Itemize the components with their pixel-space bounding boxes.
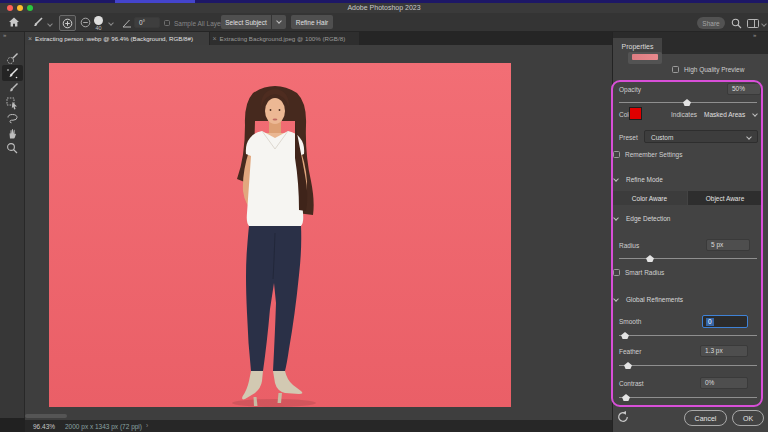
sample-all-layers-checkbox[interactable]	[164, 20, 170, 26]
toolbar-expand-icon[interactable]: »	[3, 32, 6, 38]
high-quality-preview-label: High Quality Preview	[684, 66, 744, 74]
document-image[interactable]	[49, 63, 511, 407]
high-quality-preview-checkbox[interactable]	[672, 66, 679, 73]
panel-expand-icon[interactable]: »	[753, 32, 756, 38]
brush-size-icon[interactable]	[94, 16, 103, 25]
refine-edge-brush-tool[interactable]	[5, 66, 20, 80]
select-subject-dropdown-button[interactable]	[272, 15, 286, 29]
search-icon[interactable]	[731, 18, 742, 29]
add-selection-button[interactable]	[59, 15, 76, 31]
color-swatch[interactable]	[629, 107, 642, 120]
home-icon[interactable]	[8, 16, 20, 28]
person-figure	[49, 63, 511, 407]
window-title: Adobe Photoshop 2023	[0, 4, 768, 11]
properties-panel-tab-row: » Properties	[612, 32, 768, 54]
status-zoom-level[interactable]: 96.43%	[33, 423, 55, 431]
contrast-label: Contrast	[619, 380, 644, 388]
radius-field[interactable]: 5 px	[706, 239, 750, 251]
preset-chevron-icon	[746, 134, 752, 140]
smooth-slider-track[interactable]	[619, 335, 757, 336]
feather-field[interactable]: 1.3 px	[700, 345, 748, 357]
color-aware-button[interactable]: Color Aware	[612, 191, 687, 205]
hand-tool[interactable]	[5, 126, 20, 140]
tab-label: Extracting person .webp @ 96.4% (Backgro…	[35, 32, 193, 45]
share-button[interactable]: Share	[697, 17, 725, 29]
brush-size-chevron-icon[interactable]	[108, 20, 114, 26]
brush-preview-icon[interactable]	[30, 17, 44, 29]
brush-tool[interactable]	[5, 81, 20, 95]
smooth-label: Smooth	[619, 318, 641, 326]
brush-size-value: 40	[92, 25, 105, 31]
arrange-chevron-icon[interactable]	[761, 21, 767, 27]
sample-all-layers-label: Sample All Layers	[174, 20, 226, 28]
status-expand-icon[interactable]: ›	[146, 422, 148, 430]
remember-settings-checkbox[interactable]	[613, 151, 620, 158]
smart-radius-checkbox[interactable]	[613, 269, 620, 276]
scrollbar-thumb[interactable]	[25, 414, 67, 418]
preset-value: Custom	[651, 134, 673, 141]
reset-button[interactable]	[616, 410, 630, 424]
preset-label: Preset	[619, 134, 638, 142]
preset-dropdown[interactable]: Custom	[644, 130, 758, 143]
radius-slider-track[interactable]	[619, 258, 757, 259]
feather-label: Feather	[619, 348, 641, 356]
cancel-button[interactable]: Cancel	[684, 410, 727, 426]
contrast-slider-track[interactable]	[619, 397, 757, 398]
zoom-tool[interactable]	[5, 141, 20, 155]
title-bar: Adobe Photoshop 2023	[0, 3, 768, 13]
object-aware-button[interactable]: Object Aware	[688, 191, 763, 205]
smart-radius-label: Smart Radius	[625, 269, 664, 277]
smooth-field[interactable]: 0	[702, 315, 748, 328]
subtract-selection-icon	[80, 17, 91, 28]
angle-field[interactable]: 0°	[134, 17, 160, 28]
tab-extracting-background[interactable]: × Extracting Background.jpeg @ 100% (RGB…	[210, 32, 359, 45]
photoshop-window: Adobe Photoshop 2023 40 0° Sample All La…	[0, 0, 768, 432]
tool-strip-footer	[0, 418, 25, 432]
ok-button[interactable]: OK	[732, 410, 764, 426]
feather-slider-track[interactable]	[619, 365, 757, 366]
opacity-label: Opacity	[619, 86, 641, 94]
status-document-dimensions: 2000 px x 1343 px (72 ppi)	[65, 423, 142, 431]
brush-preview-chevron-icon[interactable]	[47, 21, 53, 27]
radius-label: Radius	[619, 242, 639, 250]
angle-icon	[122, 18, 132, 28]
tab-label: Extracting Background.jpeg @ 100% (RGB/8…	[220, 32, 346, 45]
subtract-selection-button[interactable]	[80, 17, 91, 28]
status-bar: 96.43% 2000 px x 1343 px (72 ppi) ›	[25, 420, 612, 432]
view-mode-thumbnail[interactable]	[628, 52, 662, 64]
options-bar: 40 0° Sample All Layers Select Subject R…	[0, 13, 768, 32]
edge-detection-title: Edge Detection	[626, 215, 670, 223]
tool-strip: »	[0, 32, 25, 418]
close-icon[interactable]: ×	[213, 32, 217, 45]
contrast-field[interactable]: 0%	[700, 377, 748, 389]
add-selection-icon	[62, 18, 73, 29]
object-selection-tool[interactable]	[5, 96, 20, 110]
refine-hair-button[interactable]: Refine Hair	[291, 15, 333, 29]
refine-mode-title: Refine Mode	[626, 176, 663, 184]
document-tab-bar: × Extracting person .webp @ 96.4% (Backg…	[25, 32, 612, 45]
indicates-label: Indicates	[671, 111, 697, 119]
smooth-value: 0	[706, 318, 714, 326]
close-icon[interactable]: ×	[28, 32, 32, 45]
view-mode-thumbnail-preview	[632, 54, 658, 60]
chevron-down-icon	[276, 18, 282, 24]
reset-icon	[616, 410, 630, 424]
tab-extracting-person[interactable]: × Extracting person .webp @ 96.4% (Backg…	[25, 32, 209, 45]
indicates-dropdown[interactable]: Masked Areas	[704, 111, 745, 119]
global-refinements-title: Global Refinements	[626, 296, 683, 304]
arrange-documents-icon[interactable]	[747, 19, 759, 28]
quick-selection-tool[interactable]	[5, 51, 20, 65]
remember-settings-label: Remember Settings	[625, 151, 682, 159]
select-subject-button[interactable]: Select Subject	[221, 15, 271, 29]
lasso-tool[interactable]	[5, 111, 20, 125]
opacity-field[interactable]: 50%	[727, 83, 761, 95]
